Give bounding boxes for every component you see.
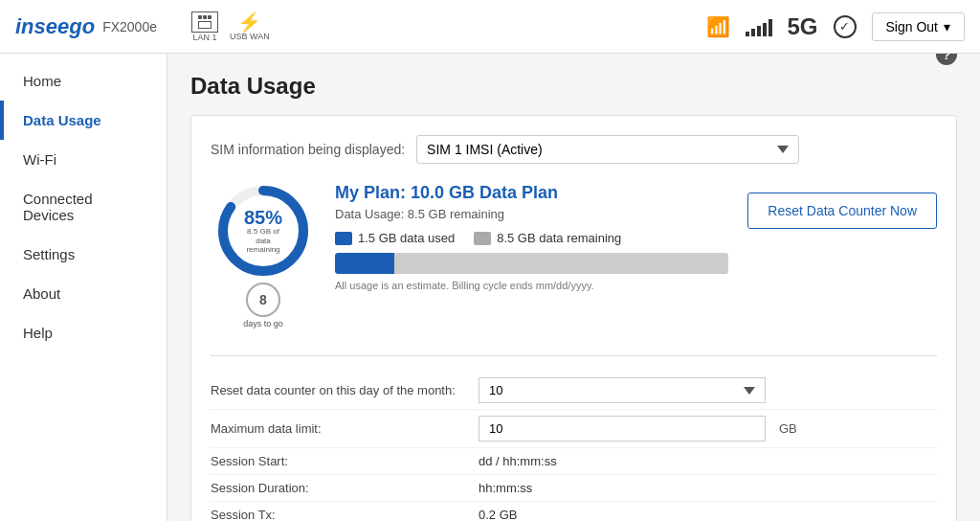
sidebar-item-settings[interactable]: Settings [0,235,167,274]
content-card: SIM information being displayed: SIM 1 I… [190,115,957,521]
logo: inseego [15,14,95,39]
header-icons: LAN 1 ⚡ USB WAN [191,11,270,42]
session-duration-label: Session Duration: [211,481,479,495]
reset-data-counter-button[interactable]: Reset Data Counter Now [747,193,937,229]
wifi-icon: 📶 [706,15,730,38]
reset-counter-select[interactable]: 10 [479,377,766,403]
sidebar-label-connected-devices: Connected Devices [23,191,93,223]
sidebar-item-connected-devices[interactable]: Connected Devices [0,179,167,235]
sim-row: SIM information being displayed: SIM 1 I… [211,135,937,164]
sidebar-item-help[interactable]: Help [0,313,167,352]
session-duration-row: Session Duration: hh:mm:ss [211,475,937,502]
sim-label: SIM information being displayed: [211,142,405,157]
sidebar-item-about[interactable]: About [0,274,167,313]
session-start-label: Session Start: [211,454,479,468]
gauge-center: 85% 8.5 GB of data remaining [239,208,287,255]
sidebar-item-wifi[interactable]: Wi-Fi [0,140,167,179]
reset-counter-row: Reset data counter on this day of the mo… [211,372,937,410]
5g-label: 5G [788,13,818,40]
legend-remaining-label: 8.5 GB data remaining [497,231,621,245]
max-data-input-wrap: GB [479,416,937,442]
sidebar-label-home: Home [23,73,61,89]
progress-bar [335,253,728,274]
session-start-value: dd / hh:mm:ss [479,454,557,468]
days-label: days to go [243,319,283,328]
legend-remaining: 8.5 GB data remaining [474,231,621,245]
page-title: Data Usage [190,73,316,100]
legend-blue-box [335,232,352,245]
sim-select[interactable]: SIM 1 IMSI (Active) [416,135,799,164]
model-label: FX2000e [102,19,157,34]
reset-counter-label: Reset data counter on this day of the mo… [211,383,479,397]
sidebar-label-help: Help [23,325,53,341]
gauge-sub: 8.5 GB of data remaining [239,227,287,255]
legend-used-label: 1.5 GB data used [358,231,455,245]
help-icon[interactable]: ? [936,54,957,65]
max-data-unit: GB [779,421,797,436]
app-header: inseego FX2000e LAN 1 ⚡ USB WAN 📶 [0,0,980,54]
legend-row: 1.5 GB data used 8.5 GB data remaining [335,231,728,245]
check-badge-icon: ✓ [834,15,857,38]
progress-bar-fill [335,253,394,274]
max-data-input[interactable] [479,416,766,442]
sidebar-item-home[interactable]: Home [0,61,167,101]
sidebar-label-settings: Settings [23,246,75,262]
session-start-row: Session Start: dd / hh:mm:ss [211,448,937,475]
max-data-row: Maximum data limit: GB [211,410,937,448]
gauge-percent: 85% [239,208,287,227]
sidebar-label-about: About [23,285,60,302]
data-plan-section: 85% 8.5 GB of data remaining 8 days to g… [211,183,728,328]
lan-icon-group: LAN 1 [191,11,218,42]
chevron-down-icon: ▾ [944,19,950,34]
billing-note: All usage is an estimate. Billing cycle … [335,280,728,291]
legend-used: 1.5 GB data used [335,231,455,245]
legend-gray-box [474,232,491,245]
sidebar-label-wifi: Wi-Fi [23,151,56,168]
data-usage-line: Data Usage: 8.5 GB remaining [335,207,728,221]
sidebar-label-data-usage: Data Usage [23,112,101,128]
signal-bars [746,17,772,36]
form-section: Reset data counter on this day of the mo… [211,372,937,521]
session-tx-value: 0.2 GB [479,508,517,521]
sign-out-button[interactable]: Sign Out ▾ [872,12,965,41]
session-duration-value: hh:mm:ss [479,481,532,495]
gauge-container: 85% 8.5 GB of data remaining 8 days to g… [211,183,316,328]
sidebar-item-data-usage[interactable]: Data Usage [0,101,167,140]
usb-icon-group: ⚡ USB WAN [230,12,270,41]
session-tx-label: Session Tx: [211,508,479,521]
usb-label: USB WAN [230,32,270,41]
lan-label: LAN 1 [192,33,216,42]
sidebar: Home Data Usage Wi-Fi Connected Devices … [0,54,167,521]
page-layout: Home Data Usage Wi-Fi Connected Devices … [0,54,980,521]
session-tx-row: Session Tx: 0.2 GB [211,502,937,521]
days-circle: 8 [246,283,280,317]
header-right: 📶 5G ✓ Sign Out ▾ [706,12,966,41]
plan-info: My Plan: 10.0 GB Data Plan Data Usage: 8… [335,183,728,291]
max-data-label: Maximum data limit: [211,421,479,436]
sign-out-label: Sign Out [886,19,938,34]
main-content: Data Usage ? SIM information being displ… [167,54,980,521]
reset-counter-select-wrap: 10 [479,377,937,403]
plan-and-reset: 85% 8.5 GB of data remaining 8 days to g… [211,183,937,348]
plan-title: My Plan: 10.0 GB Data Plan [335,183,728,203]
gauge-circle: 85% 8.5 GB of data remaining [215,183,311,279]
